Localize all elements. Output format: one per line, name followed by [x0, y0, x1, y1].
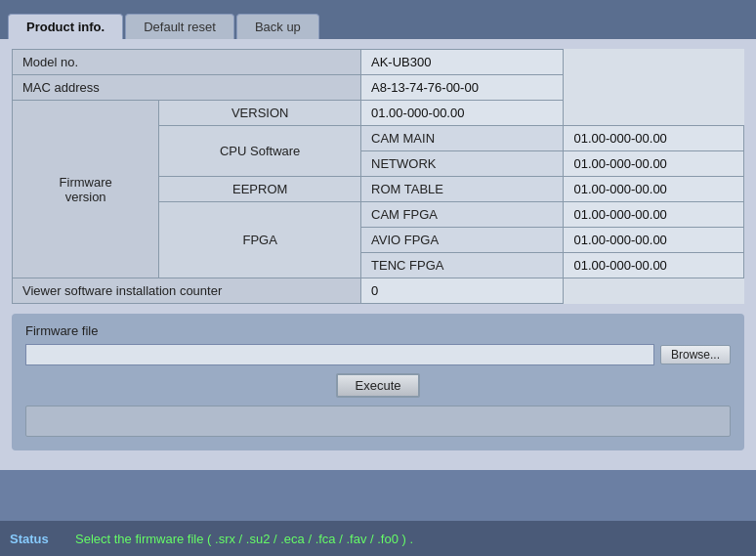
mac-value: A8-13-74-76-00-00	[361, 75, 564, 101]
fpga-label: FPGA	[159, 202, 361, 278]
model-no-value: AK-UB300	[361, 50, 564, 75]
browse-button[interactable]: Browse...	[660, 345, 731, 364]
avio-fpga-label: AVIO FPGA	[361, 228, 564, 253]
mac-label: MAC address	[13, 75, 361, 101]
viewer-label: Viewer software installation counter	[13, 278, 361, 304]
tenc-fpga-value: 01.00-000-00.00	[564, 253, 744, 278]
cam-main-value: 01.00-000-00.00	[564, 126, 744, 151]
firmware-file-input[interactable]	[25, 344, 654, 365]
rom-table-value: 01.00-000-00.00	[564, 177, 744, 202]
main-content: Model no. AK-UB300 MAC address A8-13-74-…	[0, 39, 756, 470]
firmware-file-title: Firmware file	[25, 323, 731, 338]
cpu-software-label: CPU Software	[159, 126, 361, 177]
avio-fpga-value: 01.00-000-00.00	[564, 228, 744, 253]
tab-back-up[interactable]: Back up	[236, 14, 319, 39]
table-row-model: Model no. AK-UB300	[13, 50, 744, 75]
progress-bar	[25, 406, 731, 437]
model-no-label: Model no.	[13, 50, 361, 75]
firmware-section: Firmware file Browse... Execute	[12, 314, 744, 450]
tab-product-info[interactable]: Product info.	[8, 14, 123, 39]
tab-default-reset[interactable]: Default reset	[125, 14, 234, 39]
cam-fpga-value: 01.00-000-00.00	[564, 202, 744, 228]
table-row-viewer: Viewer software installation counter 0	[13, 278, 744, 304]
status-bar: Status Select the firmware file ( .srx /…	[0, 521, 756, 556]
network-value: 01.00-000-00.00	[564, 151, 744, 177]
execute-button[interactable]: Execute	[336, 373, 421, 398]
firmware-version-label: Firmwareversion	[13, 101, 159, 278]
network-label: NETWORK	[361, 151, 564, 177]
tenc-fpga-label: TENC FPGA	[361, 253, 564, 278]
table-row-version: Firmwareversion VERSION 01.00-000-00.00	[13, 101, 744, 126]
product-info-table: Model no. AK-UB300 MAC address A8-13-74-…	[12, 49, 744, 304]
status-text: Select the firmware file ( .srx / .su2 /…	[75, 532, 413, 546]
version-value: 01.00-000-00.00	[361, 101, 564, 126]
cam-main-label: CAM MAIN	[361, 126, 564, 151]
status-label: Status	[10, 532, 63, 546]
viewer-value: 0	[361, 278, 564, 304]
cam-fpga-label: CAM FPGA	[361, 202, 564, 228]
tab-bar: Product info. Default reset Back up	[0, 0, 756, 39]
table-row-mac: MAC address A8-13-74-76-00-00	[13, 75, 744, 101]
rom-table-label: ROM TABLE	[361, 177, 564, 202]
version-label: VERSION	[159, 101, 361, 126]
execute-row: Execute	[25, 373, 731, 398]
firmware-file-row: Browse...	[25, 344, 731, 365]
eeprom-label: EEPROM	[159, 177, 361, 202]
